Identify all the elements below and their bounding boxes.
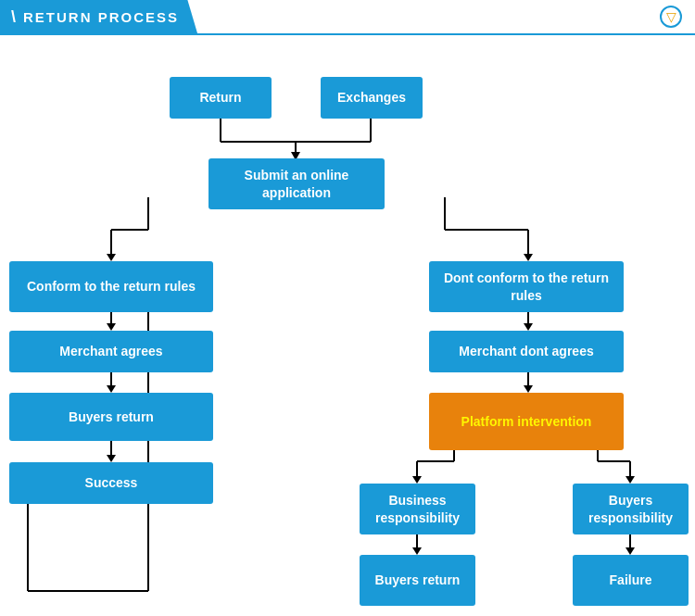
flowchart-container: Return Exchanges Submit an online applic… — [0, 35, 695, 616]
platform-box: Platform intervention — [429, 393, 624, 450]
svg-marker-36 — [412, 547, 422, 555]
business-resp-box: Business responsibility — [360, 484, 475, 534]
header-right-area: ▽ — [660, 0, 695, 33]
page-title: RETURN PROCESS — [23, 9, 179, 25]
svg-marker-38 — [626, 547, 635, 555]
svg-marker-24 — [524, 323, 533, 331]
merchant-dont-box: Merchant dont agrees — [429, 331, 624, 372]
slash-icon: \ — [11, 7, 18, 27]
svg-marker-26 — [524, 385, 533, 393]
buyers-resp-box: Buyers responsibility — [573, 484, 689, 534]
svg-marker-8 — [107, 254, 116, 261]
svg-marker-14 — [107, 323, 116, 331]
header-title-area: \ RETURN PROCESS — [0, 0, 197, 33]
merchant-agrees-box: Merchant agrees — [9, 331, 213, 372]
return-box: Return — [170, 77, 272, 119]
buyers-return-left-box: Buyers return — [9, 393, 213, 441]
svg-marker-16 — [107, 385, 116, 393]
top-bar: \ RETURN PROCESS ▽ — [0, 0, 695, 35]
exchanges-box: Exchanges — [321, 77, 423, 119]
svg-marker-18 — [107, 455, 116, 462]
success-box: Success — [9, 462, 213, 504]
dont-conform-box: Dont conform to the return rules — [429, 261, 624, 312]
chevron-down-icon[interactable]: ▽ — [660, 6, 682, 28]
failure-box: Failure — [573, 555, 689, 606]
svg-marker-30 — [412, 476, 422, 484]
svg-marker-34 — [626, 476, 635, 484]
buyers-return-right-box: Buyers return — [360, 555, 475, 606]
svg-marker-12 — [524, 254, 533, 261]
conform-box: Conform to the return rules — [9, 261, 213, 312]
submit-box: Submit an online application — [208, 158, 385, 209]
